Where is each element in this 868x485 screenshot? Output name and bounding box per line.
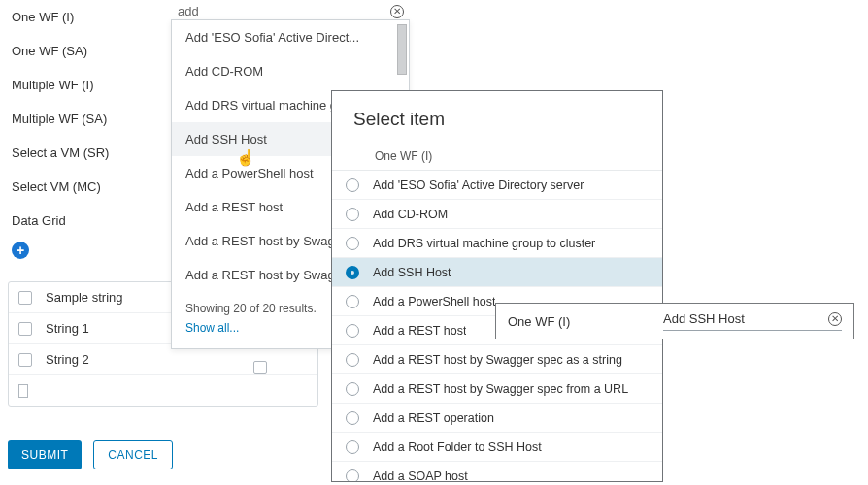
summary-label: One WF (I): [508, 314, 663, 329]
cell: String 1: [46, 321, 89, 336]
option-row[interactable]: Add a Root Folder to SSH Host: [332, 433, 662, 462]
checkbox[interactable]: [18, 291, 32, 305]
dropdown-item[interactable]: Add 'ESO Sofia' Active Direct...: [172, 20, 409, 54]
radio-icon[interactable]: [346, 208, 359, 221]
checkbox[interactable]: [253, 361, 267, 374]
option-row[interactable]: Add 'ESO Sofia' Active Directory server: [332, 171, 662, 200]
radio-icon[interactable]: [346, 324, 359, 338]
sidebar-item-data-grid[interactable]: Data Grid: [8, 204, 153, 238]
submit-button[interactable]: SUBMIT: [8, 440, 82, 469]
sidebar-item-select-vm-mc[interactable]: Select VM (MC): [8, 170, 153, 204]
add-icon[interactable]: +: [12, 242, 29, 259]
scrollbar[interactable]: [397, 24, 407, 75]
button-row: SUBMIT CANCEL: [8, 440, 173, 469]
search-input-text: add: [178, 4, 199, 18]
radio-icon[interactable]: [346, 440, 359, 454]
checkbox[interactable]: [18, 353, 32, 367]
cell: String 2: [46, 352, 89, 367]
summary-value: Add SSH Host: [663, 311, 745, 326]
dialog-column-header: One WF (I): [332, 142, 662, 171]
dialog-title: Select item: [332, 91, 662, 142]
option-row[interactable]: Add DRS virtual machine group to cluster: [332, 229, 662, 258]
option-row[interactable]: Add a SOAP host: [332, 462, 662, 482]
radio-icon[interactable]: [346, 353, 359, 367]
sidebar-item-one-wf-sa[interactable]: One WF (SA): [8, 34, 153, 68]
column-chooser-icon[interactable]: [18, 384, 28, 398]
data-grid-footer: [9, 375, 317, 406]
sidebar-item-select-vm-sr[interactable]: Select a VM (SR): [8, 136, 153, 170]
option-row[interactable]: Add a REST host by Swagger spec from a U…: [332, 374, 662, 404]
sidebar: One WF (I) One WF (SA) Multiple WF (I) M…: [8, 0, 153, 263]
dropdown-item[interactable]: Add CD-ROM: [172, 54, 409, 88]
option-row[interactable]: Add a REST host by Swagger spec as a str…: [332, 345, 662, 374]
radio-icon[interactable]: [346, 382, 359, 396]
clear-icon[interactable]: ✕: [390, 5, 404, 18]
sidebar-item-one-wf-i[interactable]: One WF (I): [8, 0, 153, 34]
sidebar-item-multiple-wf-i[interactable]: Multiple WF (I): [8, 68, 153, 102]
radio-icon[interactable]: [346, 237, 359, 250]
option-row[interactable]: Add CD-ROM: [332, 200, 662, 229]
radio-icon-selected[interactable]: [346, 266, 359, 279]
radio-icon[interactable]: [346, 411, 359, 425]
option-row[interactable]: Add a REST operation: [332, 404, 662, 433]
checkbox[interactable]: [18, 322, 32, 336]
clear-icon[interactable]: ✕: [828, 312, 842, 326]
radio-icon[interactable]: [346, 295, 359, 308]
summary-input[interactable]: Add SSH Host ✕: [663, 311, 842, 331]
option-row-selected[interactable]: Add SSH Host: [332, 258, 662, 287]
sidebar-item-multiple-wf-sa[interactable]: Multiple WF (SA): [8, 102, 153, 136]
radio-icon[interactable]: [346, 469, 359, 483]
selection-summary: One WF (I) Add SSH Host ✕: [495, 303, 854, 340]
cancel-button[interactable]: CANCEL: [93, 440, 173, 469]
column-header: Sample string: [46, 290, 122, 305]
select-item-dialog: Select item One WF (I) Add 'ESO Sofia' A…: [331, 90, 663, 482]
radio-icon[interactable]: [346, 178, 359, 192]
